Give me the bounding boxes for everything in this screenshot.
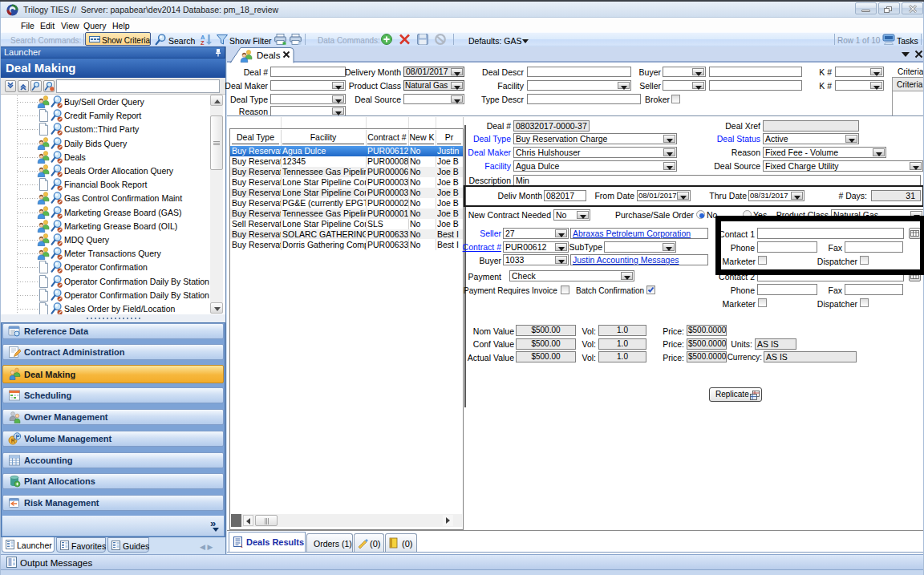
svg-text:1: 1 [241,544,243,549]
svg-text:P: P [15,433,19,440]
svg-text:Z: Z [201,39,205,46]
